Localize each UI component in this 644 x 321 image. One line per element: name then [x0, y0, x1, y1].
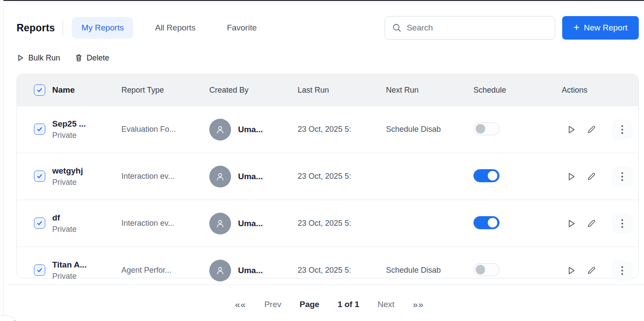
more-actions-button[interactable] [612, 261, 632, 281]
pagination: «« Prev Page 1 of 1 Next »» [20, 299, 639, 310]
creator-name: Uma... [238, 219, 263, 228]
schedule-toggle[interactable] [473, 169, 500, 182]
search-icon [392, 23, 402, 33]
run-report-button[interactable] [564, 123, 578, 137]
pencil-icon [586, 124, 597, 135]
table-row: df Private Interaction ev... Uma... 23 O… [17, 200, 638, 247]
table-header-row: Name Report Type Created By Last Run Nex… [17, 74, 638, 106]
more-actions-button[interactable] [612, 167, 632, 187]
bulk-actions-toolbar: Bulk Run Delete [17, 51, 639, 64]
row-checkbox[interactable] [34, 124, 45, 135]
row-checkbox[interactable] [34, 264, 45, 276]
col-last-run: Last Run [298, 86, 386, 95]
check-icon [37, 87, 43, 93]
user-icon [215, 124, 226, 135]
sidebar-collapse-button[interactable] [0, 315, 21, 321]
kebab-icon [621, 171, 624, 182]
edit-report-button[interactable] [584, 123, 598, 137]
report-visibility: Private [52, 271, 87, 282]
last-run-value: 23 Oct, 2025 5: [298, 219, 386, 228]
run-report-button[interactable] [564, 264, 578, 278]
report-type: Agent Perfor... [121, 266, 209, 275]
edit-report-button[interactable] [584, 217, 598, 231]
report-visibility: Private [52, 177, 83, 188]
new-report-label: New Report [584, 23, 627, 33]
check-icon [37, 126, 43, 132]
run-report-button[interactable] [564, 170, 578, 184]
toggle-knob [476, 124, 485, 134]
kebab-icon [621, 265, 624, 276]
avatar [209, 260, 231, 281]
kebab-icon [621, 124, 624, 135]
next-page-button[interactable]: Next [378, 300, 395, 309]
tab-favorite[interactable]: Favorite [217, 17, 266, 39]
search-input[interactable] [407, 23, 548, 33]
delete-label: Delete [87, 54, 109, 63]
more-actions-button[interactable] [612, 120, 632, 140]
check-icon [37, 173, 43, 179]
play-icon [566, 171, 577, 182]
pencil-icon [586, 218, 597, 229]
schedule-toggle[interactable] [473, 122, 500, 135]
toggle-knob [488, 171, 497, 181]
last-run-value: 23 Oct, 2025 5: [298, 172, 386, 181]
search-box[interactable] [385, 16, 555, 40]
delete-button[interactable]: Delete [75, 54, 109, 63]
user-icon [215, 171, 226, 182]
bulk-run-label: Bulk Run [28, 54, 60, 63]
creator-name: Uma... [238, 125, 263, 134]
report-name[interactable]: Titan A... [52, 259, 87, 271]
check-icon [37, 267, 43, 273]
report-visibility: Private [52, 130, 86, 141]
page-value: 1 of 1 [338, 300, 359, 309]
avatar [209, 166, 231, 187]
avatar [209, 213, 231, 234]
user-icon [215, 265, 226, 276]
edit-report-button[interactable] [584, 264, 598, 278]
report-tabs: My Reports All Reports Favorite [72, 17, 266, 39]
play-icon [566, 265, 577, 276]
bulk-run-button[interactable]: Bulk Run [17, 54, 60, 63]
page-header: Reports My Reports All Reports Favorite … [17, 16, 639, 40]
report-name[interactable]: df [52, 212, 77, 224]
toggle-knob [488, 218, 497, 227]
tab-my-reports[interactable]: My Reports [72, 17, 133, 39]
col-name: Name [52, 85, 75, 95]
table-row: Sep25 ... Private Evaluation Fo... Uma..… [17, 106, 638, 153]
more-actions-button[interactable] [612, 214, 632, 234]
run-report-button[interactable] [564, 217, 578, 231]
user-icon [215, 218, 226, 229]
pencil-icon [586, 265, 597, 276]
report-type: Evaluation Fo... [121, 125, 209, 134]
creator-name: Uma... [238, 266, 263, 275]
report-name[interactable]: wetgyhj [52, 165, 83, 177]
schedule-toggle[interactable] [473, 216, 500, 229]
col-created-by: Created By [209, 86, 298, 95]
row-checkbox[interactable] [34, 217, 45, 229]
tab-all-reports[interactable]: All Reports [145, 17, 205, 39]
col-actions: Actions [562, 86, 638, 95]
page-label: Page [299, 300, 319, 309]
plus-icon: + [574, 22, 580, 33]
reports-table: Name Report Type Created By Last Run Nex… [17, 74, 639, 278]
first-page-button[interactable]: «« [235, 299, 246, 310]
col-schedule: Schedule [473, 86, 562, 95]
last-page-button[interactable]: »» [413, 299, 424, 310]
play-icon [566, 124, 577, 135]
avatar [209, 119, 231, 140]
toggle-knob [476, 265, 485, 274]
col-report-type: Report Type [121, 86, 209, 95]
prev-page-button[interactable]: Prev [264, 300, 281, 309]
header-right: + New Report [385, 16, 639, 40]
play-icon [17, 54, 24, 62]
schedule-toggle[interactable] [473, 263, 500, 276]
row-checkbox[interactable] [34, 171, 45, 182]
report-name[interactable]: Sep25 ... [52, 118, 86, 130]
report-type: Interaction ev... [121, 219, 209, 228]
kebab-icon [621, 218, 624, 229]
reports-page: Reports My Reports All Reports Favorite … [3, 0, 644, 278]
select-all-checkbox[interactable] [34, 84, 45, 96]
creator-name: Uma... [238, 172, 263, 181]
edit-report-button[interactable] [584, 170, 598, 184]
new-report-button[interactable]: + New Report [562, 16, 639, 40]
